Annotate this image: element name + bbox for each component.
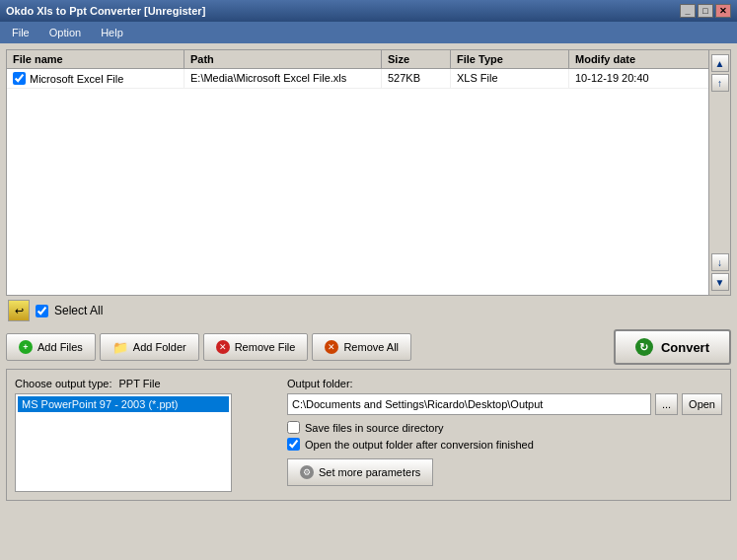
params-btn-label: Set more parameters <box>319 466 420 478</box>
menu-option[interactable]: Option <box>41 25 89 40</box>
row-checkbox[interactable] <box>13 72 26 85</box>
title-bar: Okdo Xls to Ppt Converter [Unregister] _… <box>0 0 737 22</box>
table-container: File name Path Size File Type Modify dat… <box>7 50 708 295</box>
remove-all-icon: ✕ <box>325 340 338 354</box>
add-folder-label: Add Folder <box>133 341 186 353</box>
col-filename: File name <box>7 50 184 68</box>
file-table-area: File name Path Size File Type Modify dat… <box>6 49 731 296</box>
remove-all-button[interactable]: ✕ Remove All <box>312 333 411 361</box>
open-after-label: Open the output folder after conversion … <box>305 439 534 451</box>
select-all-checkbox[interactable] <box>36 305 48 317</box>
output-folder-section: Output folder: ... Open Save files in so… <box>287 378 722 492</box>
table-header: File name Path Size File Type Modify dat… <box>7 50 708 69</box>
gear-icon: ⚙ <box>300 465 314 479</box>
convert-label: Convert <box>661 340 709 355</box>
close-button[interactable]: ✕ <box>715 4 731 18</box>
select-all-label: Select All <box>54 304 103 317</box>
title-buttons: _ □ ✕ <box>680 4 731 18</box>
output-folder-input[interactable] <box>287 393 651 415</box>
back-button[interactable]: ↩ <box>8 300 30 321</box>
add-folder-icon: 📁 <box>112 340 128 355</box>
cell-filename: Microsoft Excel File <box>7 69 184 88</box>
cell-size: 527KB <box>382 69 451 88</box>
remove-file-label: Remove File <box>235 341 296 353</box>
buttons-row: + Add Files 📁 Add Folder ✕ Remove File ✕… <box>6 325 731 369</box>
arrow-down-button[interactable]: ↓ <box>711 253 729 271</box>
arrow-top-button[interactable]: ▲ <box>711 54 729 72</box>
menu-bar: File Option Help <box>0 22 737 43</box>
minimize-button[interactable]: _ <box>680 4 696 18</box>
menu-file[interactable]: File <box>4 25 37 40</box>
output-type-section-label: Choose output type: PPT File <box>15 378 271 389</box>
set-more-params-button[interactable]: ⚙ Set more parameters <box>287 458 433 486</box>
open-after-checkbox[interactable] <box>287 438 300 451</box>
cell-path: E:\Media\Microsoft Excel File.xls <box>184 69 382 88</box>
folder-row: ... Open <box>287 393 722 415</box>
arrow-bottom-button[interactable]: ▼ <box>711 273 729 291</box>
add-files-icon: + <box>19 340 33 354</box>
output-type-value: PPT File <box>119 378 161 389</box>
browse-button[interactable]: ... <box>655 393 678 415</box>
save-in-source-label: Save files in source directory <box>305 422 444 434</box>
col-size: Size <box>382 50 451 68</box>
cell-modifydate: 10-12-19 20:40 <box>569 69 708 88</box>
select-bar: ↩ Select All <box>6 296 731 325</box>
filename-text: Microsoft Excel File <box>30 73 123 85</box>
output-type-label: Choose output type: <box>15 378 111 389</box>
table-body: Microsoft Excel File E:\Media\Microsoft … <box>7 69 708 294</box>
col-path: Path <box>184 50 382 68</box>
add-files-button[interactable]: + Add Files <box>6 333 96 361</box>
col-modifydate: Modify date <box>569 50 708 68</box>
bottom-panel: Choose output type: PPT File MS PowerPoi… <box>6 369 731 501</box>
window-title: Okdo Xls to Ppt Converter [Unregister] <box>6 5 205 17</box>
arrow-up-button[interactable]: ↑ <box>711 74 729 92</box>
remove-file-button[interactable]: ✕ Remove File <box>203 333 309 361</box>
output-folder-label: Output folder: <box>287 378 722 389</box>
output-type-list[interactable]: MS PowerPoint 97 - 2003 (*.ppt) <box>15 393 232 492</box>
convert-icon: ↻ <box>635 338 653 356</box>
open-button[interactable]: Open <box>682 393 722 415</box>
menu-help[interactable]: Help <box>93 25 131 40</box>
main-content: File name Path Size File Type Modify dat… <box>0 43 737 560</box>
output-type-section: Choose output type: PPT File MS PowerPoi… <box>15 378 271 492</box>
save-in-source-checkbox[interactable] <box>287 421 300 434</box>
remove-file-icon: ✕ <box>216 340 230 354</box>
add-files-label: Add Files <box>37 341 83 353</box>
cell-filetype: XLS File <box>451 69 569 88</box>
table-row[interactable]: Microsoft Excel File E:\Media\Microsoft … <box>7 69 708 89</box>
convert-button[interactable]: ↻ Convert <box>614 329 731 365</box>
side-arrows: ▲ ↑ ↓ ▼ <box>708 50 730 295</box>
open-after-row: Open the output folder after conversion … <box>287 438 722 451</box>
remove-all-label: Remove All <box>343 341 399 353</box>
add-folder-button[interactable]: 📁 Add Folder <box>100 333 199 361</box>
save-in-source-row: Save files in source directory <box>287 421 722 434</box>
output-type-item[interactable]: MS PowerPoint 97 - 2003 (*.ppt) <box>18 396 229 412</box>
col-filetype: File Type <box>451 50 569 68</box>
maximize-button[interactable]: □ <box>698 4 713 18</box>
